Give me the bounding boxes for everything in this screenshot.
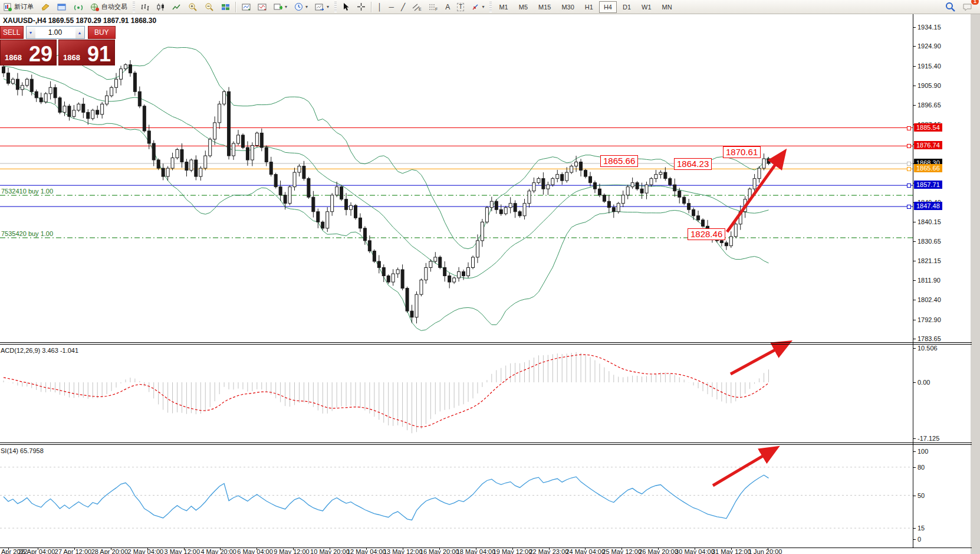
macd-pane[interactable] bbox=[4, 352, 769, 433]
candle-body bbox=[152, 143, 155, 160]
zoom-in-button[interactable] bbox=[185, 1, 200, 13]
price-callout[interactable]: 1870.61 bbox=[723, 146, 761, 158]
signals-button[interactable] bbox=[71, 1, 86, 13]
y-axis-tick: 1924.90 bbox=[917, 42, 941, 50]
rsi-pane[interactable] bbox=[0, 467, 913, 528]
cursor-icon bbox=[342, 2, 350, 11]
level-anchor-square[interactable] bbox=[907, 162, 911, 166]
level-anchor-square[interactable] bbox=[907, 183, 911, 188]
zoom-out-button[interactable] bbox=[202, 1, 217, 13]
bar-chart-button[interactable] bbox=[137, 1, 152, 13]
candle-body bbox=[241, 135, 244, 147]
search-icon bbox=[945, 2, 955, 12]
candle-body bbox=[25, 79, 28, 86]
y-axis-tick: 1915.40 bbox=[917, 63, 941, 70]
search-button[interactable] bbox=[942, 0, 958, 14]
x-axis-label: 2 May 04:00 bbox=[128, 548, 164, 554]
level-anchor-square[interactable] bbox=[907, 167, 911, 171]
buy-price-panel[interactable]: 1868 91 bbox=[58, 40, 115, 65]
add-indicator-button[interactable]: ▾ bbox=[271, 1, 290, 13]
level-anchor-square[interactable] bbox=[907, 126, 911, 130]
level-anchor-square[interactable] bbox=[907, 205, 911, 209]
timeframe-H1[interactable]: H1 bbox=[580, 1, 598, 13]
chart-canvas[interactable] bbox=[0, 0, 980, 554]
timeframe-M5[interactable]: M5 bbox=[514, 1, 532, 13]
channel-tool[interactable]: E bbox=[409, 1, 425, 13]
trendline-tool[interactable]: ╱ bbox=[398, 2, 408, 12]
timeframe-group: M1M5M15M30H1H4D1W1MN bbox=[494, 4, 677, 11]
volume-input[interactable] bbox=[35, 27, 75, 38]
sell-button[interactable]: SELL bbox=[0, 26, 24, 39]
templates-button[interactable]: ▾ bbox=[312, 1, 332, 13]
x-axis-tickmark bbox=[330, 548, 330, 550]
candle-body bbox=[556, 175, 559, 179]
fibonacci-icon: F bbox=[429, 3, 438, 11]
pane-separator[interactable] bbox=[0, 444, 972, 445]
price-callout[interactable]: 1828.46 bbox=[688, 228, 725, 240]
toolbar-grip[interactable] bbox=[334, 2, 337, 12]
fibonacci-tool[interactable]: F bbox=[426, 1, 441, 13]
candle-body bbox=[40, 98, 42, 102]
timeframe-H4[interactable]: H4 bbox=[599, 1, 617, 13]
candle-body bbox=[284, 195, 287, 204]
order-line-label[interactable]: 7532410 buy 1.00 bbox=[1, 188, 53, 195]
candle-body bbox=[377, 261, 380, 268]
vertical-line-tool[interactable]: │ bbox=[374, 2, 385, 12]
candle-body bbox=[570, 166, 573, 173]
pane-separator[interactable] bbox=[0, 344, 972, 345]
candle-body bbox=[481, 222, 484, 241]
timeframe-W1[interactable]: W1 bbox=[637, 1, 656, 13]
text-label-tool[interactable]: T bbox=[454, 1, 467, 13]
candle-body bbox=[246, 147, 249, 160]
order-line-label[interactable]: 7535420 buy 1.00 bbox=[1, 230, 53, 237]
crosshair-tool-button[interactable] bbox=[354, 1, 369, 13]
candle-body bbox=[110, 87, 113, 96]
cursor-tool-button[interactable] bbox=[339, 1, 353, 13]
candlestick-button[interactable] bbox=[153, 1, 168, 13]
buy-button[interactable]: BUY bbox=[88, 26, 116, 39]
price-callout[interactable]: 1864.23 bbox=[674, 158, 712, 170]
arrows-tool[interactable]: ▾ bbox=[468, 1, 487, 13]
volume-decrease-button[interactable]: ▼ bbox=[27, 27, 35, 38]
signal-icon bbox=[74, 3, 83, 11]
pane-separator[interactable] bbox=[0, 442, 972, 443]
y-axis-tick: 1792.90 bbox=[917, 316, 941, 323]
timeframe-M30[interactable]: M30 bbox=[557, 1, 578, 13]
timeframe-M1[interactable]: M1 bbox=[494, 1, 512, 13]
new-order-button[interactable]: 新订单 bbox=[1, 1, 37, 13]
timeframe-M15[interactable]: M15 bbox=[534, 1, 555, 13]
candle-body bbox=[547, 185, 550, 189]
market-watch-button[interactable] bbox=[54, 1, 70, 13]
periods-button[interactable]: ▾ bbox=[291, 1, 311, 13]
sell-price-panel[interactable]: 1868 29 bbox=[0, 40, 57, 65]
price-callout[interactable]: 1865.66 bbox=[600, 155, 638, 167]
styler-button[interactable] bbox=[38, 1, 53, 13]
candle-body bbox=[288, 187, 291, 204]
candle-body bbox=[575, 162, 578, 166]
level-anchor-square[interactable] bbox=[907, 144, 911, 148]
data-window-button[interactable] bbox=[239, 1, 254, 13]
candle-body bbox=[453, 278, 456, 282]
pane-separator[interactable] bbox=[0, 342, 972, 343]
brush-icon bbox=[41, 3, 50, 11]
toolbar-grip[interactable] bbox=[133, 2, 135, 12]
main-chart-pane[interactable] bbox=[0, 47, 913, 330]
toolbar-grip[interactable] bbox=[489, 2, 492, 12]
candle-body bbox=[350, 205, 353, 209]
timeframe-D1[interactable]: D1 bbox=[618, 1, 636, 13]
x-axis-tickmark bbox=[768, 548, 768, 550]
volume-increase-button[interactable]: ▲ bbox=[75, 27, 84, 38]
chat-button[interactable]: 1 bbox=[959, 1, 976, 14]
candle-body bbox=[120, 69, 123, 80]
timeframe-MN[interactable]: MN bbox=[657, 1, 677, 13]
candle-body bbox=[523, 204, 526, 216]
line-chart-button[interactable] bbox=[169, 1, 184, 13]
horizontal-line-tool[interactable]: ─ bbox=[386, 2, 397, 12]
candle-body bbox=[213, 123, 216, 139]
indicator-window-button[interactable] bbox=[255, 1, 269, 13]
autotrading-button[interactable]: 自动交易 bbox=[87, 1, 130, 13]
tile-windows-button[interactable] bbox=[218, 1, 233, 13]
candle-body bbox=[176, 150, 179, 158]
candle-body bbox=[162, 168, 165, 176]
text-tool[interactable]: A bbox=[442, 2, 453, 12]
